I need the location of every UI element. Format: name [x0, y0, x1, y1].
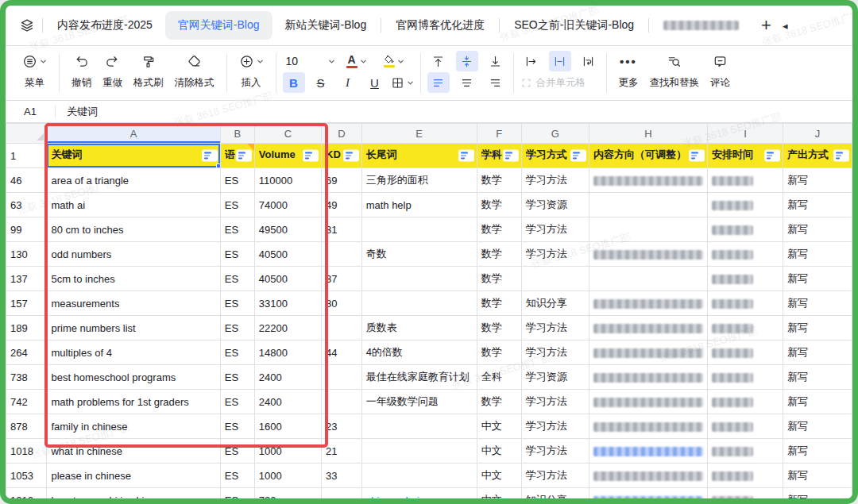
cell-C46[interactable]: 110000	[254, 168, 321, 193]
cell-H99[interactable]	[589, 217, 707, 242]
cell-C130[interactable]: 40500	[254, 242, 321, 267]
row-header-63[interactable]: 63	[6, 193, 47, 217]
cell-B264[interactable]: ES	[220, 340, 254, 365]
text-overflow-button[interactable]	[520, 51, 543, 71]
cell-B157[interactable]: ES	[220, 291, 254, 316]
cell-F1[interactable]: 学科	[477, 144, 521, 168]
cell-D738[interactable]	[322, 365, 362, 390]
cell-A189[interactable]: prime numbers list	[47, 316, 220, 340]
cell-J742[interactable]: 新写	[783, 390, 852, 414]
cell-A742[interactable]: math problems for 1st graders	[47, 390, 220, 414]
cell-A99[interactable]: 80 cm to inches	[47, 217, 220, 242]
cell-E130[interactable]: 奇数	[361, 242, 477, 267]
sheet-tab-1[interactable]: 内容发布进度-2025	[44, 11, 165, 40]
text-wrap-button[interactable]	[549, 51, 571, 71]
cell-B742[interactable]: ES	[220, 390, 254, 414]
cell-B1018[interactable]: ES	[220, 439, 254, 464]
cell-H264[interactable]	[589, 340, 707, 365]
cell-J264[interactable]: 新写	[783, 340, 852, 365]
cell-A63[interactable]: math ai	[47, 193, 220, 217]
cell-C137[interactable]: 40500	[254, 267, 321, 291]
cell-B738[interactable]: ES	[220, 365, 254, 390]
row-header-157[interactable]: 157	[6, 291, 47, 316]
cell-H1053[interactable]	[589, 464, 707, 488]
cell-D1018[interactable]: 21	[322, 439, 362, 464]
cell-H46[interactable]	[589, 168, 707, 193]
cell-C99[interactable]: 49500	[254, 217, 321, 242]
filter-button[interactable]	[236, 150, 252, 162]
tab-scroll-left-arrow[interactable]: ◂	[783, 20, 788, 32]
cell-D99[interactable]: 31	[322, 217, 362, 242]
cell-I1053[interactable]	[707, 464, 783, 488]
cell-C878[interactable]: 1600	[254, 414, 321, 439]
cell-H137[interactable]	[589, 267, 707, 291]
cell-A157[interactable]: measurements	[47, 291, 220, 316]
cell-E63[interactable]: math help	[361, 193, 477, 217]
column-header-B[interactable]: B	[220, 124, 254, 144]
row-header-738[interactable]: 738	[6, 365, 47, 390]
cell-D1[interactable]: KD	[322, 144, 362, 168]
cell-E1216[interactable]: shi mandarin	[361, 488, 477, 504]
selection-fill-handle[interactable]	[216, 164, 221, 168]
row-header-264[interactable]: 264	[6, 340, 47, 365]
cell-G137[interactable]	[521, 267, 589, 291]
cell-A46[interactable]: area of a triangle	[47, 168, 220, 193]
filter-button[interactable]	[570, 150, 586, 162]
cell-C157[interactable]: 33100	[254, 291, 321, 316]
cell-D742[interactable]	[322, 390, 362, 414]
redo-button[interactable]: 重做	[97, 48, 128, 98]
cell-J189[interactable]: 新写	[783, 316, 852, 340]
filter-button[interactable]	[503, 150, 519, 162]
cell-B878[interactable]: ES	[220, 414, 254, 439]
strikethrough-button[interactable]: S	[310, 72, 332, 93]
cell-B99[interactable]: ES	[220, 217, 254, 242]
cell-J130[interactable]: 新写	[783, 242, 852, 267]
row-header-130[interactable]: 130	[6, 242, 47, 267]
cell-H878[interactable]	[589, 414, 707, 439]
valign-top-button[interactable]	[427, 51, 450, 71]
borders-button[interactable]	[391, 76, 414, 90]
cell-I742[interactable]	[707, 390, 783, 414]
cell-G1[interactable]: 学习方式	[521, 144, 589, 168]
cell-reference-box[interactable]: A1	[6, 106, 55, 117]
cell-F137[interactable]: 数学	[477, 267, 521, 291]
row-header-878[interactable]: 878	[6, 414, 47, 439]
cell-E878[interactable]	[361, 414, 477, 439]
add-sheet-button[interactable]: +	[752, 17, 781, 34]
cell-D137[interactable]: 37	[322, 267, 362, 291]
cell-A1216[interactable]: how to use shi in chinese	[47, 488, 220, 504]
filter-button[interactable]	[458, 150, 474, 162]
cell-H1018[interactable]	[589, 439, 707, 464]
cell-I99[interactable]	[707, 217, 783, 242]
cell-E738[interactable]: 最佳在线家庭教育计划	[361, 365, 477, 390]
cell-A1[interactable]: 关键词	[47, 144, 220, 168]
cell-I264[interactable]	[707, 340, 783, 365]
filter-button[interactable]	[689, 150, 705, 162]
column-header-A[interactable]: A	[47, 124, 220, 144]
cell-H742[interactable]	[589, 390, 707, 414]
cell-J157[interactable]: 新写	[783, 291, 852, 316]
filter-button[interactable]	[833, 150, 849, 162]
cell-G742[interactable]: 学习方法	[521, 390, 589, 414]
row-header-1053[interactable]: 1053	[6, 464, 47, 488]
cell-E99[interactable]	[361, 217, 477, 242]
cell-F1053[interactable]: 中文	[477, 464, 521, 488]
cell-J1053[interactable]: 新写	[783, 464, 852, 488]
cell-B63[interactable]: ES	[220, 193, 254, 217]
halign-left-button[interactable]	[427, 72, 450, 93]
column-header-F[interactable]: F	[477, 124, 521, 144]
cell-G264[interactable]: 学习方法	[521, 340, 589, 365]
cell-B130[interactable]: ES	[220, 242, 254, 267]
cell-C738[interactable]: 2400	[254, 365, 321, 390]
cell-F63[interactable]: 数学	[477, 193, 521, 217]
cell-D63[interactable]: 49	[322, 193, 362, 217]
find-replace-button[interactable]: 查找和替换	[644, 48, 705, 98]
cell-A137[interactable]: 5cm to inches	[47, 267, 220, 291]
cell-H189[interactable]	[589, 316, 707, 340]
cell-F157[interactable]: 数学	[477, 291, 521, 316]
sheet-tab-3[interactable]: 新站关键词-Blog	[272, 11, 380, 40]
cell-C189[interactable]: 22200	[254, 316, 321, 340]
cell-A264[interactable]: multiples of 4	[47, 340, 220, 365]
cell-I878[interactable]	[707, 414, 783, 439]
cell-I189[interactable]	[707, 316, 783, 340]
